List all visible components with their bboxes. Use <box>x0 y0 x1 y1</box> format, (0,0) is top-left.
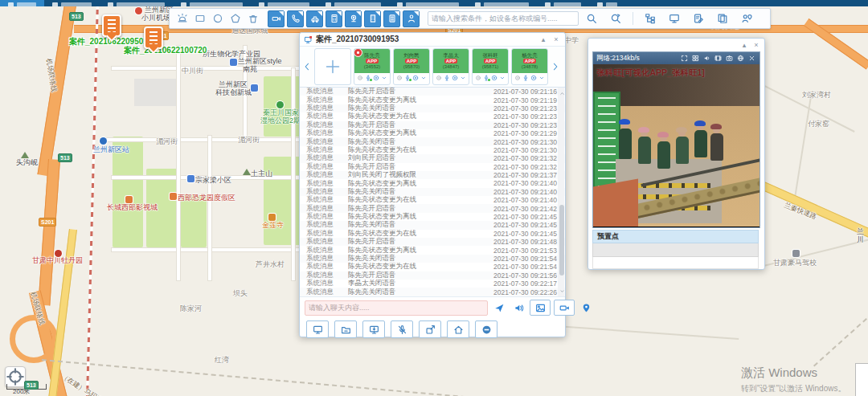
car-device-button[interactable] <box>306 10 323 27</box>
member-card[interactable]: 杨先亮APP(34878) <box>511 48 548 85</box>
expand-icon[interactable] <box>680 54 689 63</box>
mic-online-dot <box>409 79 411 81</box>
target-icon[interactable] <box>475 75 481 81</box>
x-circle-icon[interactable] <box>452 75 458 81</box>
member-card[interactable]: 刘向民APP(95870) <box>393 48 430 85</box>
menubar-item[interactable] <box>251 0 317 6</box>
webcam-device-button[interactable] <box>345 10 362 27</box>
tree-icon[interactable] <box>641 10 660 27</box>
monitor-icon[interactable] <box>665 10 684 27</box>
member-card[interactable]: 张科旺APP(95871) <box>472 48 509 85</box>
pentagon-tool-icon[interactable] <box>227 10 244 27</box>
menubar-item[interactable] <box>44 0 100 6</box>
menubar-item[interactable] <box>589 0 625 6</box>
mic-icon[interactable] <box>522 75 529 81</box>
mic-icon[interactable] <box>444 75 450 81</box>
minimize-icon[interactable]: ▴ <box>739 40 749 50</box>
mic-icon[interactable] <box>483 75 489 81</box>
menubar-item[interactable] <box>317 0 389 6</box>
audio-icon[interactable] <box>510 300 526 315</box>
rect-tool-icon[interactable] <box>192 10 208 27</box>
menubar-item[interactable] <box>389 0 467 6</box>
chat-input[interactable] <box>305 300 488 316</box>
person-device-button[interactable] <box>403 10 420 27</box>
target-icon[interactable] <box>436 75 442 81</box>
mic-off-button[interactable] <box>391 320 413 338</box>
x-circle-icon[interactable] <box>530 75 537 81</box>
phone-device-button[interactable] <box>287 10 304 27</box>
person-pin-icon[interactable] <box>737 10 756 27</box>
mic-icon[interactable] <box>404 75 411 81</box>
snapshot-icon[interactable] <box>725 54 734 63</box>
send-icon[interactable] <box>491 300 507 315</box>
camera-device-button[interactable] <box>268 10 285 27</box>
x-circle-icon[interactable] <box>373 75 379 81</box>
minimize-icon[interactable]: ▴ <box>538 35 548 44</box>
globe-icon[interactable] <box>736 54 745 63</box>
search-icon[interactable] <box>582 10 601 27</box>
screen-in-button[interactable] <box>362 320 385 338</box>
location-icon[interactable] <box>578 300 594 315</box>
circle-tool-icon[interactable] <box>210 10 226 27</box>
image-icon[interactable] <box>530 300 551 316</box>
target-icon[interactable] <box>357 75 363 81</box>
screen-button[interactable] <box>306 320 329 338</box>
map-label: 陈家河 <box>180 304 202 312</box>
menubar-item[interactable] <box>100 0 173 6</box>
mic-icon[interactable] <box>365 75 371 81</box>
speaker-icon[interactable] <box>702 54 711 63</box>
search-reset-icon[interactable] <box>606 10 625 27</box>
folder-button[interactable] <box>334 320 357 338</box>
document-device-button[interactable] <box>383 10 400 27</box>
scroll-up-icon[interactable] <box>559 89 565 97</box>
building-device-button[interactable] <box>364 10 381 27</box>
menubar-item[interactable] <box>537 0 589 6</box>
members-prev-icon[interactable] <box>302 61 312 72</box>
member-card-top: 刘向民APP(95870) <box>394 49 429 73</box>
target-icon[interactable] <box>514 75 521 81</box>
case-marker-pin[interactable] <box>102 14 121 37</box>
x-circle-icon[interactable] <box>412 75 419 81</box>
chevron-icon[interactable] <box>460 75 466 81</box>
chevron-icon[interactable] <box>420 75 427 81</box>
share-button[interactable] <box>419 320 441 338</box>
menubar-item[interactable] <box>467 0 537 6</box>
close-icon[interactable]: × <box>751 40 761 50</box>
trash-tool-icon[interactable] <box>245 10 261 27</box>
scroll-down-icon[interactable] <box>559 287 565 295</box>
calculator-device-button[interactable] <box>326 10 342 27</box>
chevron-icon[interactable] <box>381 75 387 81</box>
video-icon[interactable] <box>554 300 575 316</box>
menu-icon <box>545 2 551 6</box>
menubar-item[interactable] <box>0 0 44 6</box>
menubar-item[interactable] <box>173 0 251 6</box>
preset-points-header[interactable]: 预置点 <box>592 230 759 243</box>
mtn-poi-icon <box>21 152 29 158</box>
search-input[interactable] <box>428 11 579 26</box>
case-marker-pin[interactable] <box>144 27 163 49</box>
member-name: 刘向民 <box>403 53 420 59</box>
block-button[interactable] <box>475 320 497 338</box>
map-street <box>207 135 212 281</box>
grid-icon[interactable] <box>691 54 700 63</box>
home-button[interactable] <box>447 320 469 338</box>
member-card[interactable]: 李晶太APP(34847) <box>432 48 469 85</box>
film-icon[interactable] <box>714 54 723 63</box>
copy-icon[interactable] <box>713 10 732 27</box>
member-sub: (95870) <box>403 64 420 69</box>
close-icon[interactable]: × <box>551 35 561 44</box>
members-next-icon[interactable] <box>551 61 560 72</box>
target-icon[interactable] <box>396 75 403 81</box>
member-card[interactable]: 陈先亮APP(34552) <box>354 48 391 85</box>
doc-edit-icon[interactable] <box>689 10 708 27</box>
message-scrollbar-thumb[interactable] <box>559 205 564 276</box>
x-circle-icon[interactable] <box>491 75 497 81</box>
close-icon[interactable] <box>747 54 756 63</box>
mic-online-dot <box>488 79 490 81</box>
road-badge: 513 <box>69 12 84 21</box>
chevron-icon[interactable] <box>499 75 506 81</box>
siren-tool-icon[interactable] <box>174 10 190 27</box>
add-member-button[interactable] <box>314 48 351 85</box>
preset-row[interactable] <box>592 243 759 257</box>
chevron-icon[interactable] <box>538 75 545 81</box>
